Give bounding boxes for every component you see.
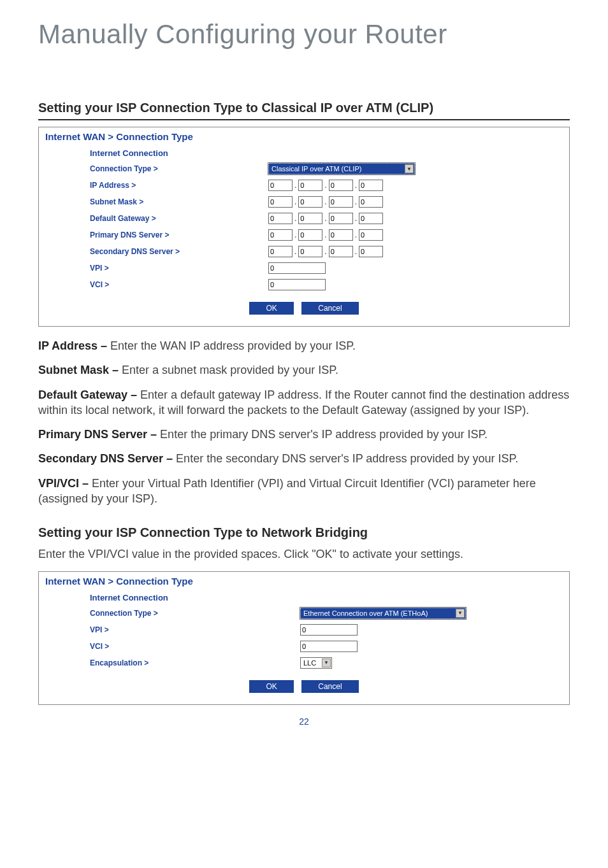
sdns-octet-3[interactable] bbox=[329, 246, 353, 257]
subnet-octet-3[interactable] bbox=[329, 196, 353, 208]
pdns-octet-2[interactable] bbox=[298, 229, 322, 241]
sdns-octet-4[interactable] bbox=[359, 246, 383, 257]
bridging-instruction: Enter the VPI/VCI value in the provided … bbox=[38, 546, 570, 562]
primary-dns-label: Primary DNS Server > bbox=[90, 231, 268, 239]
ip-octet-1[interactable] bbox=[268, 180, 293, 191]
connection-type-select[interactable]: Ethernet Connection over ATM (ETHoA) ▼ bbox=[300, 608, 466, 619]
page-number: 22 bbox=[38, 716, 570, 727]
secondary-dns-label: Secondary DNS Server > bbox=[90, 247, 268, 256]
desc-ip-address: IP Address – Enter the WAN IP address pr… bbox=[38, 338, 570, 353]
internet-connection-heading: Internet Connection bbox=[90, 148, 563, 158]
connection-type-value: Classical IP over ATM (CLIP) bbox=[271, 165, 361, 173]
section-heading-bridging: Setting your ISP Connection Type to Netw… bbox=[38, 525, 570, 540]
encapsulation-select[interactable]: LLC ▼ bbox=[300, 657, 332, 669]
cancel-button[interactable]: Cancel bbox=[301, 680, 358, 693]
connection-type-select[interactable]: Classical IP over ATM (CLIP) ▼ bbox=[268, 163, 415, 174]
breadcrumb: Internet WAN > Connection Type bbox=[45, 576, 563, 587]
gateway-octet-3[interactable] bbox=[329, 213, 353, 224]
subnet-octet-2[interactable] bbox=[298, 196, 322, 208]
pdns-octet-3[interactable] bbox=[329, 229, 353, 241]
desc-default-gateway: Default Gateway – Enter a default gatewa… bbox=[38, 387, 570, 418]
ip-octet-3[interactable] bbox=[329, 180, 353, 191]
breadcrumb: Internet WAN > Connection Type bbox=[45, 131, 563, 142]
cancel-button[interactable]: Cancel bbox=[301, 302, 358, 315]
ip-octet-4[interactable] bbox=[359, 180, 383, 191]
ip-address-label: IP Address > bbox=[90, 181, 268, 190]
pdns-octet-1[interactable] bbox=[268, 229, 293, 241]
ok-button[interactable]: OK bbox=[249, 680, 293, 693]
encapsulation-value: LLC bbox=[303, 659, 316, 667]
pdns-octet-4[interactable] bbox=[359, 229, 383, 241]
vpi-label: VPI > bbox=[90, 264, 268, 273]
internet-connection-heading: Internet Connection bbox=[90, 593, 563, 602]
vci-input[interactable] bbox=[268, 279, 326, 290]
vci-label: VCI > bbox=[90, 280, 268, 289]
desc-secondary-dns: Secondary DNS Server – Enter the seconda… bbox=[38, 451, 570, 466]
desc-vpi-vci: VPI/VCI – Enter your Virtual Path Identi… bbox=[38, 476, 570, 507]
section-heading-clip: Setting your ISP Connection Type to Clas… bbox=[38, 101, 570, 120]
panel-bridging: Internet WAN > Connection Type Internet … bbox=[38, 571, 570, 705]
vci-label: VCI > bbox=[90, 642, 300, 651]
ip-octet-2[interactable] bbox=[298, 180, 322, 191]
vci-input[interactable] bbox=[300, 641, 358, 652]
sdns-octet-1[interactable] bbox=[268, 246, 293, 257]
vpi-input[interactable] bbox=[268, 262, 326, 274]
vpi-input[interactable] bbox=[300, 624, 358, 636]
gateway-octet-1[interactable] bbox=[268, 213, 293, 224]
chevron-down-icon: ▼ bbox=[405, 164, 414, 173]
vpi-label: VPI > bbox=[90, 625, 300, 634]
desc-subnet-mask: Subnet Mask – Enter a subnet mask provid… bbox=[38, 362, 570, 378]
chevron-down-icon: ▼ bbox=[456, 609, 465, 618]
chevron-down-icon: ▼ bbox=[322, 658, 331, 667]
connection-type-label: Connection Type > bbox=[90, 609, 300, 618]
connection-type-label: Connection Type > bbox=[90, 164, 268, 173]
gateway-octet-2[interactable] bbox=[298, 213, 322, 224]
sdns-octet-2[interactable] bbox=[298, 246, 322, 257]
subnet-octet-4[interactable] bbox=[359, 196, 383, 208]
default-gateway-label: Default Gateway > bbox=[90, 214, 268, 223]
gateway-octet-4[interactable] bbox=[359, 213, 383, 224]
ok-button[interactable]: OK bbox=[249, 302, 293, 315]
desc-primary-dns: Primary DNS Server – Enter the primary D… bbox=[38, 427, 570, 442]
subnet-mask-label: Subnet Mask > bbox=[90, 197, 268, 206]
page-title: Manually Configuring your Router bbox=[38, 19, 570, 50]
subnet-octet-1[interactable] bbox=[268, 196, 293, 208]
panel-clip: Internet WAN > Connection Type Internet … bbox=[38, 127, 570, 327]
connection-type-value: Ethernet Connection over ATM (ETHoA) bbox=[303, 609, 428, 617]
encapsulation-label: Encapsulation > bbox=[90, 658, 300, 667]
